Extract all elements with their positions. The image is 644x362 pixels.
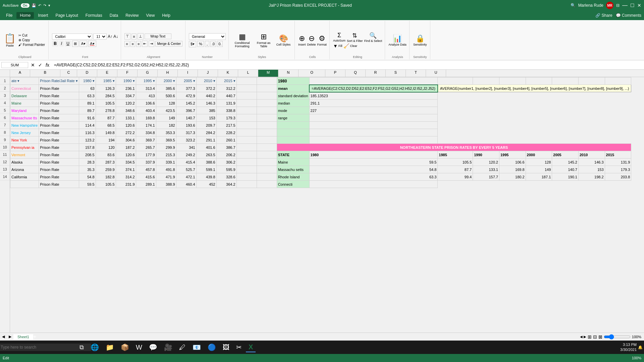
- align-center-btn[interactable]: ≡: [130, 41, 135, 47]
- cell-styles-btn[interactable]: 🎨 Cell Styles: [275, 34, 292, 46]
- cell-g4[interactable]: 128: [156, 100, 176, 107]
- cell-r12[interactable]: 128: [526, 159, 552, 166]
- menu-home[interactable]: Home: [16, 12, 34, 19]
- menu-review[interactable]: Review: [122, 12, 142, 19]
- cell-g14[interactable]: 471.9: [156, 173, 176, 181]
- cell-h14[interactable]: 472.1: [176, 173, 196, 181]
- cell-m12[interactable]: Maine: [277, 159, 309, 166]
- cell-p12[interactable]: 120.2: [473, 159, 499, 166]
- cell-s1[interactable]: [552, 77, 579, 85]
- cell-c11[interactable]: 208.5: [79, 151, 96, 159]
- cell-h9[interactable]: 323.2: [176, 136, 196, 144]
- increase-font-btn[interactable]: A↑: [108, 34, 112, 39]
- cell-b13[interactable]: Prison Rate: [39, 166, 79, 173]
- cell-l15[interactable]: [257, 181, 277, 188]
- cell-k1[interactable]: [236, 77, 257, 85]
- cell-d5[interactable]: 278.8: [96, 107, 116, 114]
- cell-l11[interactable]: [257, 151, 277, 159]
- cell-s12[interactable]: 145.2: [552, 159, 579, 166]
- cell-r11[interactable]: 2000: [526, 151, 552, 159]
- cell-e13[interactable]: 374.1: [116, 166, 136, 173]
- cell-l2[interactable]: [257, 85, 277, 92]
- cell-i3[interactable]: 440.2: [196, 92, 216, 100]
- autosave-toggle[interactable]: On: [21, 3, 30, 8]
- cell-p14[interactable]: 157.7: [473, 173, 499, 181]
- cell-c15[interactable]: 59.5: [79, 181, 96, 188]
- cell-g2[interactable]: 385.6: [156, 85, 176, 92]
- cell-e5[interactable]: 348.6: [116, 107, 136, 114]
- cell-n7[interactable]: [309, 122, 438, 129]
- cell-j5[interactable]: 338.8: [216, 107, 236, 114]
- cell-n14[interactable]: 63.3: [309, 173, 438, 181]
- cell-k10[interactable]: [236, 144, 257, 151]
- cell-n11[interactable]: 1980: [309, 151, 438, 159]
- formula-input[interactable]: =AVERAGE(C2:C52,D2:D52,E2:E52,F2:F52,G2:…: [52, 62, 643, 68]
- cell-f12[interactable]: 337.9: [136, 159, 156, 166]
- clear-btn[interactable]: 🧹 Clear: [343, 43, 357, 49]
- cell-j15[interactable]: 364.2: [216, 181, 236, 188]
- cell-e15[interactable]: 231.9: [116, 181, 136, 188]
- align-left-btn[interactable]: ≡: [124, 41, 129, 47]
- cell-k9[interactable]: [236, 136, 257, 144]
- redo-icon[interactable]: ↷: [43, 3, 46, 8]
- amazon-btn[interactable]: 📦: [118, 343, 132, 352]
- cell-u11[interactable]: 2015: [605, 151, 631, 159]
- cell-g12[interactable]: 339.1: [156, 159, 176, 166]
- currency-btn[interactable]: $▾: [189, 41, 196, 47]
- snip-btn[interactable]: ✂: [233, 343, 245, 352]
- minimize-btn[interactable]: —: [622, 2, 628, 8]
- cell-l4[interactable]: [257, 100, 277, 107]
- col-header-p[interactable]: P: [325, 70, 345, 77]
- cell-c8[interactable]: 116.3: [79, 129, 96, 136]
- cell-e10[interactable]: 187.2: [116, 144, 136, 151]
- cell-o13[interactable]: 87.7: [438, 166, 473, 173]
- cell-i7[interactable]: 209.7: [196, 122, 216, 129]
- cell-p13[interactable]: 133.1: [473, 166, 499, 173]
- cell-l7[interactable]: [257, 122, 277, 129]
- cell-d12[interactable]: 287.3: [96, 159, 116, 166]
- cell-q12[interactable]: 106.6: [499, 159, 526, 166]
- customize-icon[interactable]: ▾: [48, 3, 50, 8]
- sensitivity-btn[interactable]: 🔒 Sensitivity: [413, 34, 427, 46]
- cell-p1[interactable]: [473, 77, 499, 85]
- autosum-btn[interactable]: Σ AutoSum: [333, 32, 345, 43]
- gallery-btn[interactable]: 🖼: [220, 343, 232, 352]
- cell-h11[interactable]: 249.2: [176, 151, 196, 159]
- cell-c12[interactable]: 28.3: [79, 159, 96, 166]
- col-header-s[interactable]: S: [386, 70, 406, 77]
- cell-o1[interactable]: [438, 77, 473, 85]
- cell-h2[interactable]: 377.3: [176, 85, 196, 92]
- cell-d7[interactable]: 68.5: [96, 122, 116, 129]
- close-btn[interactable]: ✕: [637, 3, 641, 8]
- cell-d2[interactable]: 126.3: [96, 85, 116, 92]
- cell-h5[interactable]: 396.7: [176, 107, 196, 114]
- cell-s14[interactable]: 190.1: [552, 173, 579, 181]
- cell-a8[interactable]: New Jersey: [10, 129, 39, 136]
- sheet-tab-1[interactable]: Sheet1: [13, 334, 33, 340]
- paste-button[interactable]: 📋 Paste: [4, 33, 16, 47]
- cell-l14[interactable]: [257, 173, 277, 181]
- cell-k13[interactable]: [236, 166, 257, 173]
- cell-n2[interactable]: =AVERAGE(C2:C52,D2:D52,E2:E52,F2:F52,G2:…: [309, 85, 438, 92]
- cell-g8[interactable]: 353.3: [156, 129, 176, 136]
- cell-g9[interactable]: 369.5: [156, 136, 176, 144]
- indent-increase-btn[interactable]: ⇥: [149, 41, 154, 47]
- cell-i8[interactable]: 284.2: [196, 129, 216, 136]
- cell-q13[interactable]: 169.8: [499, 166, 526, 173]
- cell-d13[interactable]: 259.9: [96, 166, 116, 173]
- outlook-btn[interactable]: 📧: [190, 343, 204, 352]
- cancel-formula-btn[interactable]: ✕: [30, 62, 36, 68]
- cell-d8[interactable]: 149.8: [96, 129, 116, 136]
- decrease-font-btn[interactable]: A↓: [113, 34, 118, 39]
- explorer-btn[interactable]: 📁: [103, 343, 117, 352]
- cell-f13[interactable]: 457.8: [136, 166, 156, 173]
- align-middle-btn[interactable]: ≡: [131, 34, 136, 40]
- find-select-btn[interactable]: 🔍 Find & Select: [364, 32, 382, 43]
- insert-function-btn[interactable]: fx: [44, 62, 51, 68]
- menu-data[interactable]: Data: [106, 12, 121, 19]
- share-btn[interactable]: 🔗 Share: [595, 13, 612, 18]
- fill-color-button[interactable]: A▾: [79, 41, 87, 47]
- cell-d6[interactable]: 87.7: [96, 114, 116, 122]
- cell-b7[interactable]: Prison Rate: [39, 122, 79, 129]
- cell-j12[interactable]: 306.2: [216, 159, 236, 166]
